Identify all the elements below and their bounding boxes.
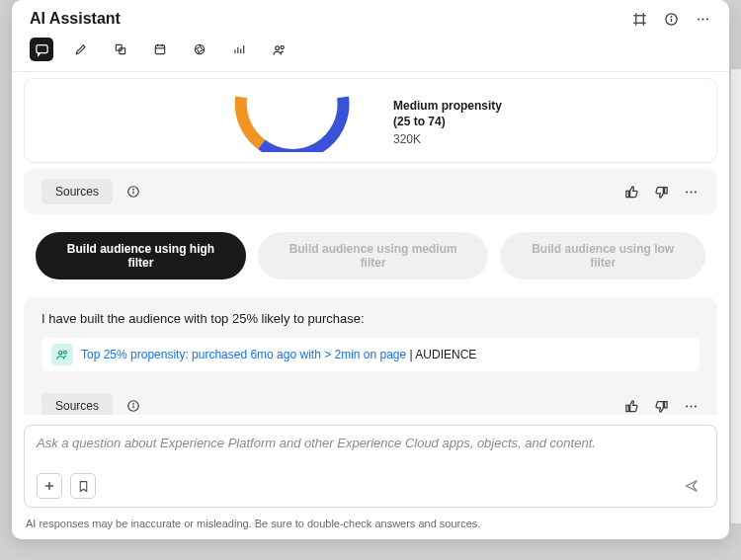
- svg-point-31: [133, 189, 134, 190]
- prompt-input[interactable]: Ask a question about Experience Platform…: [24, 425, 717, 508]
- more-icon[interactable]: [682, 397, 700, 415]
- svg-point-28: [281, 45, 284, 48]
- svg-point-11: [671, 16, 672, 17]
- thumbs-up-icon[interactable]: [622, 397, 640, 415]
- response-card: I have built the audience with top 25% l…: [24, 297, 717, 415]
- svg-point-34: [694, 191, 696, 193]
- more-icon[interactable]: [694, 10, 711, 28]
- svg-point-39: [133, 403, 134, 404]
- response-text: I have built the audience with top 25% l…: [41, 311, 700, 326]
- send-button[interactable]: [679, 473, 704, 499]
- info-icon[interactable]: [124, 183, 142, 200]
- svg-point-42: [694, 405, 696, 407]
- calendar-tool[interactable]: [148, 38, 172, 61]
- sources-button[interactable]: Sources: [41, 179, 113, 204]
- artboard-icon[interactable]: [630, 10, 648, 28]
- aperture-tool[interactable]: [188, 38, 211, 61]
- bookmark-button[interactable]: [70, 473, 96, 499]
- svg-point-32: [686, 191, 688, 193]
- suggestion-pills: Build audience using high filter Build a…: [24, 214, 717, 297]
- more-icon[interactable]: [682, 183, 700, 200]
- toolbar: [12, 34, 729, 72]
- analytics-tool[interactable]: [227, 38, 251, 61]
- svg-point-36: [63, 351, 66, 354]
- svg-point-33: [690, 191, 692, 193]
- legend-range: (25 to 74): [393, 115, 532, 130]
- donut-chart: [209, 93, 358, 152]
- svg-point-40: [686, 405, 688, 407]
- sources-button[interactable]: Sources: [41, 393, 113, 415]
- chat-tool[interactable]: [30, 38, 53, 61]
- legend-title: Medium propensity: [393, 99, 532, 115]
- legend-value: 320K: [393, 132, 532, 146]
- titlebar: AI Assistant: [12, 0, 729, 34]
- svg-point-27: [275, 45, 279, 49]
- pill-medium-filter[interactable]: Build audience using medium filter: [258, 232, 488, 280]
- thumbs-down-icon[interactable]: [652, 183, 670, 200]
- chart-row: Medium propensity (25 to 74) 320K: [42, 93, 699, 162]
- edit-tool[interactable]: [69, 38, 93, 61]
- thumbs-up-icon[interactable]: [622, 183, 640, 200]
- conversation-area: Medium propensity (25 to 74) 320K Source…: [12, 72, 729, 415]
- audience-link[interactable]: Top 25% propensity: purchased 6mo ago wi…: [81, 348, 406, 361]
- audience-label: | AUDIENCE: [406, 348, 476, 361]
- chart-card: Medium propensity (25 to 74) 320K: [24, 78, 717, 163]
- disclaimer-text: AI responses may be inaccurate or mislea…: [12, 514, 729, 539]
- add-button[interactable]: [37, 473, 62, 499]
- svg-point-14: [705, 18, 707, 20]
- svg-point-22: [195, 44, 204, 53]
- svg-point-35: [59, 352, 63, 356]
- chart-legend: Medium propensity (25 to 74) 320K: [393, 99, 532, 145]
- copy-tool[interactable]: [109, 38, 132, 61]
- assistant-panel: AI Assistant: [12, 0, 729, 539]
- svg-rect-18: [155, 45, 164, 54]
- background-partial: [731, 69, 741, 523]
- svg-point-13: [701, 18, 703, 20]
- svg-rect-0: [635, 15, 643, 23]
- info-icon[interactable]: [662, 10, 680, 28]
- audience-icon: [51, 344, 73, 365]
- audience-chip[interactable]: Top 25% propensity: purchased 6mo ago wi…: [41, 338, 700, 371]
- pill-low-filter[interactable]: Build audience using low filter: [500, 232, 705, 280]
- svg-rect-15: [36, 44, 46, 52]
- sources-bar-1: Sources: [24, 169, 717, 214]
- panel-title: AI Assistant: [30, 10, 121, 28]
- thumbs-down-icon[interactable]: [652, 397, 670, 415]
- info-icon[interactable]: [124, 397, 142, 415]
- audience-tool[interactable]: [267, 38, 290, 61]
- input-area: Ask a question about Experience Platform…: [12, 415, 729, 514]
- sources-bar-2: Sources: [41, 383, 700, 415]
- svg-point-12: [698, 18, 700, 20]
- svg-point-41: [690, 405, 692, 407]
- prompt-placeholder: Ask a question about Experience Platform…: [37, 436, 704, 450]
- titlebar-actions: [630, 10, 711, 28]
- pill-high-filter[interactable]: Build audience using high filter: [36, 232, 246, 280]
